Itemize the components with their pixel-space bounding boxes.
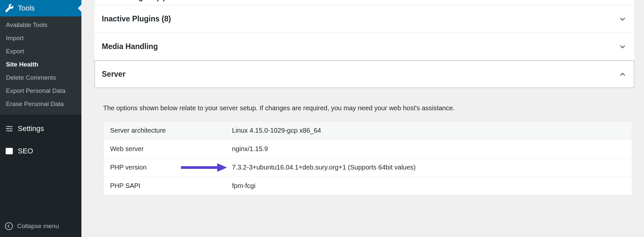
main-content: Active Plugins (8) Inactive Plugins (8) … [81, 0, 644, 237]
server-panel-description: The options shown below relate to your s… [103, 104, 632, 112]
row-value-server-architecture: Linux 4.15.0-1029-gcp x86_64 [232, 127, 625, 134]
row-label-web-server: Web server [110, 145, 232, 153]
chevron-down-icon [618, 15, 627, 23]
sidebar-label-tools: Tools [18, 4, 35, 13]
table-row: Web server nginx/1.15.9 [103, 140, 632, 158]
collapse-menu-button[interactable]: Collapse menu [0, 217, 81, 237]
panel-body-server: The options shown below relate to your s… [95, 88, 634, 195]
collapse-icon [5, 222, 13, 230]
row-label-server-architecture: Server architecture [110, 127, 232, 134]
sidebar-item-import[interactable]: Import [0, 32, 81, 45]
sidebar-label-settings: Settings [18, 124, 44, 133]
row-value-web-server: nginx/1.15.9 [232, 145, 625, 153]
row-label-php-sapi: PHP SAPI [110, 182, 232, 190]
chevron-up-icon [618, 70, 627, 79]
row-value-php-version: 7.3.2-3+ubuntu16.04.1+deb.sury.org+1 (Su… [232, 164, 625, 171]
panel-title-active-plugins: Active Plugins (8) [102, 0, 165, 2]
collapse-label: Collapse menu [17, 223, 59, 230]
sidebar-item-seo[interactable]: SEO [0, 143, 81, 159]
wrench-icon [5, 4, 14, 13]
panel-title-media-handling: Media Handling [102, 42, 158, 51]
table-row: PHP version 7.3.2-3+ubuntu16.04.1+deb.su… [103, 158, 632, 176]
sliders-icon [5, 124, 14, 133]
panel-title-inactive-plugins: Inactive Plugins (8) [102, 14, 171, 23]
admin-sidebar: Tools Available Tools Import Export Site… [0, 0, 81, 237]
sidebar-item-settings[interactable]: Settings [0, 120, 81, 137]
sidebar-item-available-tools[interactable]: Available Tools [0, 18, 81, 32]
server-info-table: Server architecture Linux 4.15.0-1029-gc… [103, 121, 632, 195]
row-value-php-sapi: fpm-fcgi [232, 182, 625, 190]
panel-header-inactive-plugins[interactable]: Inactive Plugins (8) [95, 5, 634, 33]
sidebar-item-erase-personal-data[interactable]: Erase Personal Data [0, 97, 81, 111]
sidebar-item-tools[interactable]: Tools [0, 0, 81, 16]
annotation-arrow-icon [181, 163, 227, 172]
yoast-icon [5, 146, 14, 156]
chevron-down-icon [618, 42, 627, 51]
table-row: PHP SAPI fpm-fcgi [103, 176, 632, 195]
site-health-info-panels: Active Plugins (8) Inactive Plugins (8) … [95, 0, 634, 195]
table-row: Server architecture Linux 4.15.0-1029-gc… [103, 121, 632, 140]
sidebar-item-delete-comments[interactable]: Delete Comments [0, 71, 81, 84]
sidebar-item-site-health[interactable]: Site Health [0, 58, 81, 71]
panel-header-media-handling[interactable]: Media Handling [95, 33, 634, 61]
svg-point-0 [5, 223, 13, 230]
chevron-down-icon [618, 0, 627, 2]
panel-header-server[interactable]: Server [95, 61, 634, 88]
svg-marker-2 [217, 163, 227, 172]
sidebar-item-export[interactable]: Export [0, 45, 81, 58]
sidebar-submenu-tools: Available Tools Import Export Site Healt… [0, 16, 81, 115]
sidebar-label-seo: SEO [18, 147, 33, 155]
panel-header-active-plugins[interactable]: Active Plugins (8) [95, 0, 634, 5]
panel-title-server: Server [102, 70, 126, 79]
sidebar-item-export-personal-data[interactable]: Export Personal Data [0, 84, 81, 97]
